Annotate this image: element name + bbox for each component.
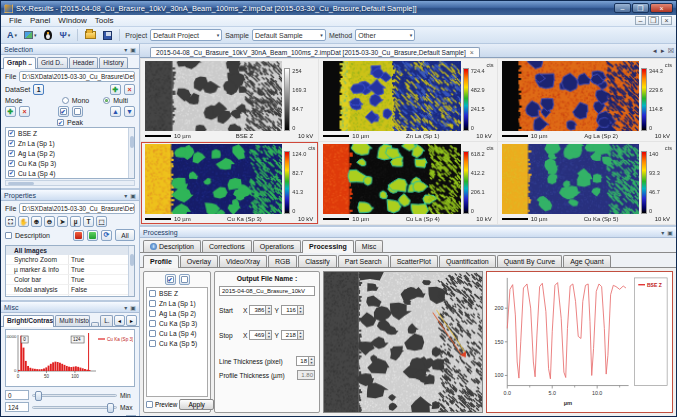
profile-channel-item[interactable]: BSE Z xyxy=(147,288,207,298)
collapse-icon[interactable]: ▾ xyxy=(124,46,127,53)
processing-tab-description[interactable]: iDescription xyxy=(143,240,201,252)
close-tab-icon[interactable]: × xyxy=(470,49,474,56)
uncheck-all-button[interactable] xyxy=(179,274,190,285)
max-input[interactable]: 124 xyxy=(5,402,29,412)
scroll-left-icon[interactable]: ◄ xyxy=(652,48,658,54)
processing-tab-processing[interactable]: Processing xyxy=(302,240,354,253)
tab-header[interactable]: Header xyxy=(69,57,99,68)
profile-channel-checkbox[interactable] xyxy=(149,330,156,337)
tab-scroll-left-button[interactable]: ◄ xyxy=(114,315,125,326)
pin-icon[interactable]: ▣ xyxy=(130,192,136,199)
processing-tab-corrections[interactable]: Corrections xyxy=(202,240,252,252)
close-button[interactable]: × xyxy=(650,3,673,13)
processing-tab-misc[interactable]: Misc xyxy=(355,240,383,252)
profile-tab-profile[interactable]: Profile xyxy=(143,255,179,268)
max-slider[interactable] xyxy=(32,406,117,409)
all-button[interactable]: All xyxy=(115,229,135,241)
map-image[interactable] xyxy=(145,144,282,214)
refresh-button[interactable]: ⟳ xyxy=(101,230,112,241)
channel-item[interactable]: ✔BSE Z xyxy=(6,128,134,138)
stop-x-spinner[interactable]: 469▲▼ xyxy=(249,330,272,340)
vertical-scrollbar[interactable] xyxy=(128,128,134,178)
zoom-in-button[interactable]: ⊕ xyxy=(31,216,42,227)
description-checkbox[interactable] xyxy=(5,232,12,239)
pin-icon[interactable]: ▣ xyxy=(667,229,673,236)
collapse-icon[interactable]: ▾ xyxy=(124,192,127,199)
profile-channel-item[interactable]: Cu Ka (Sp 5) xyxy=(147,338,207,348)
document-tab[interactable]: 2015-04-08_Cu_Brasure_10kV_30nA_Beam_100… xyxy=(150,47,480,57)
channel-item[interactable]: ✔Ag La (Sp 2) xyxy=(6,148,134,158)
save-button[interactable] xyxy=(101,29,114,42)
close-all-icon[interactable]: ☒ xyxy=(668,47,674,55)
map-image[interactable] xyxy=(502,61,639,131)
profile-channel-item[interactable]: Cu Ka (Sp 3) xyxy=(147,318,207,328)
check-all-button[interactable]: ✔ xyxy=(58,106,69,117)
maximize-button[interactable]: ❒ xyxy=(632,3,649,13)
misc-tab-multi-histo[interactable]: Multi histo xyxy=(55,315,90,326)
map-cell-ag-la-sp-2[interactable]: cts344.3229.6114.8010 µmAg La (Sp 2)10 k… xyxy=(498,59,675,141)
channel-checkbox[interactable]: ✔ xyxy=(8,160,15,167)
map-image[interactable] xyxy=(323,144,460,214)
misc-tab-l[interactable]: L. xyxy=(100,315,113,326)
annotation-tool-button[interactable]: A▾ xyxy=(5,29,19,42)
channel-checkbox[interactable]: ✔ xyxy=(8,130,15,137)
red-lut-button[interactable] xyxy=(73,230,84,241)
peak-checkbox[interactable]: ✔ xyxy=(57,119,64,126)
profile-tab-quanti-by-curve[interactable]: Quanti By Curve xyxy=(497,255,562,267)
menu-window[interactable]: Window xyxy=(54,16,90,25)
min-input[interactable]: 0 xyxy=(5,390,29,400)
channel-item[interactable]: ✔Cu Ka (Sp 5) xyxy=(6,178,134,179)
profile-tab-overlay[interactable]: Overlay xyxy=(180,255,218,267)
zoom-out-button[interactable]: ⊖ xyxy=(44,216,55,227)
map-cell-cu-la-sp-4[interactable]: cts618.2412.2206.1010 µmCu La (Sp 4)10 k… xyxy=(319,142,496,224)
channel-item[interactable]: ✔Zn La (Sp 1) xyxy=(6,138,134,148)
pin-icon[interactable]: ▣ xyxy=(130,304,136,311)
profile-preview-image[interactable] xyxy=(323,271,483,413)
collapse-icon[interactable]: ▾ xyxy=(124,304,127,311)
channel-checkbox[interactable]: ✔ xyxy=(8,150,15,157)
remove-dataset-button[interactable]: × xyxy=(124,84,135,95)
profile-channel-checkbox[interactable] xyxy=(149,340,156,347)
tab-graph[interactable]: Graph .. xyxy=(3,57,36,69)
channel-item[interactable]: ✔Cu La (Sp 4) xyxy=(6,168,134,178)
minimize-button[interactable]: – xyxy=(614,3,631,13)
profile-channel-checkbox[interactable] xyxy=(149,320,156,327)
add-channel-button[interactable]: ✚ xyxy=(5,106,16,117)
tab-scroll-right-button[interactable]: ► xyxy=(126,315,137,326)
profile-channel-checkbox[interactable] xyxy=(149,310,156,317)
scroll-right-icon[interactable]: ► xyxy=(660,48,666,54)
profile-tab-scatterplot[interactable]: ScatterPlot xyxy=(390,255,438,267)
fit-button[interactable]: ⛶ xyxy=(5,216,16,227)
marker-button[interactable]: µ xyxy=(70,216,81,227)
start-x-spinner[interactable]: 386▲▼ xyxy=(249,305,272,315)
sample-select[interactable]: Default Sample▾ xyxy=(252,29,326,41)
vertical-scrollbar[interactable] xyxy=(128,246,134,296)
menu-panel[interactable]: Panel xyxy=(26,16,54,25)
property-row[interactable]: Color barTrue xyxy=(6,275,134,285)
tab-grid-d[interactable]: Grid D.. xyxy=(37,57,68,68)
profile-tab-quantification[interactable]: Quantification xyxy=(439,255,496,267)
probe-tool-button[interactable]: Ψ▾ xyxy=(58,29,73,42)
green-lut-button[interactable] xyxy=(87,230,98,241)
pin-icon[interactable]: ▣ xyxy=(130,46,136,53)
property-row[interactable]: µ marker & infoTrue xyxy=(6,265,134,275)
mdi-minimize-button[interactable]: – xyxy=(635,16,646,25)
start-y-spinner[interactable]: 116▲▼ xyxy=(281,305,304,315)
map-image[interactable] xyxy=(502,144,639,214)
method-select[interactable]: Other▾ xyxy=(355,29,415,41)
properties-file-input[interactable]: D:\SXData\2015-03-30_Cu_Brasure\Defa xyxy=(19,203,135,214)
check-all-button[interactable]: ✔ xyxy=(165,274,176,285)
profile-tab-video-xray[interactable]: Video/Xray xyxy=(219,255,267,267)
map-cell-bse-z[interactable]: 254169.384.7010 µmBSE Z10 kV xyxy=(141,59,318,141)
apply-button[interactable]: Apply xyxy=(179,399,214,410)
tab-history[interactable]: History xyxy=(99,57,128,68)
profile-tab-part-search[interactable]: Part Search xyxy=(338,255,389,267)
profile-channel-item[interactable]: Ag La (Sp 2) xyxy=(147,308,207,318)
output-file-input[interactable]: 2015-04-08_Cu_Brasure_10kV xyxy=(219,286,315,296)
map-image[interactable] xyxy=(323,61,460,131)
profile-tab-age-quant[interactable]: Age Quant xyxy=(563,255,610,267)
mono-radio[interactable] xyxy=(62,97,69,104)
property-row[interactable]: Lut Filename xyxy=(6,295,134,297)
processing-tab-operations[interactable]: Operations xyxy=(253,240,301,252)
remove-channel-button[interactable]: × xyxy=(19,106,30,117)
